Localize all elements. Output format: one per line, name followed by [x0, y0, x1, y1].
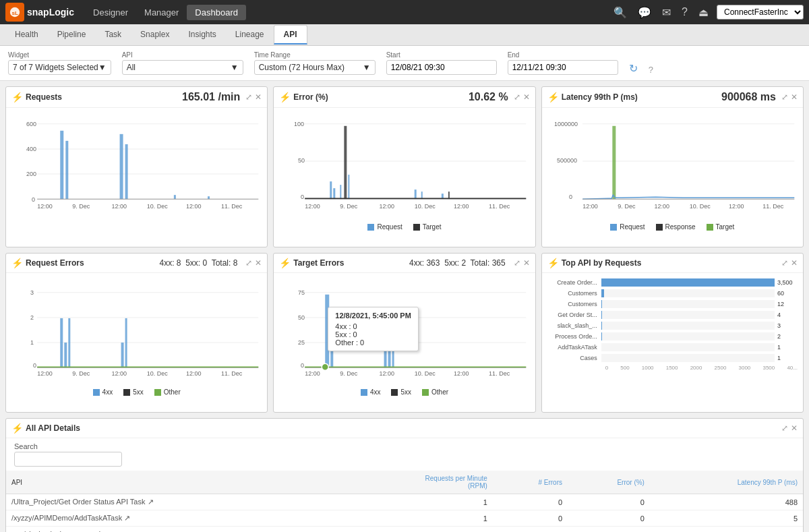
hbar-row: Create Order... 3,500: [547, 278, 798, 287]
subnav-snaplex[interactable]: Snaplex: [131, 26, 179, 45]
nav-designer[interactable]: Designer: [85, 5, 136, 20]
cell-rpm: 1: [335, 510, 492, 527]
start-input[interactable]: [386, 60, 497, 75]
all-api-close[interactable]: ✕: [791, 423, 798, 433]
account-select[interactable]: ConnectFasterInc: [717, 5, 804, 20]
req-errors-svg: 3 2 1 0 12:00: [11, 276, 262, 384]
hbar-label: Create Order...: [547, 279, 601, 286]
col-errors: # Errors: [493, 471, 568, 494]
find-icon[interactable]: 🔍: [611, 5, 630, 20]
req-errors-icon: ⚡: [11, 258, 23, 268]
widget-control: Widget 7 of 7 Widgets Selected ▼: [8, 51, 111, 75]
help-button[interactable]: ?: [649, 65, 653, 75]
latency-close[interactable]: ✕: [791, 92, 798, 102]
req-errors-close[interactable]: ✕: [255, 258, 262, 268]
tgt-errors-close[interactable]: ✕: [523, 258, 530, 268]
svg-rect-32: [344, 126, 347, 199]
req-errors-legend: 4xx 5xx Other: [11, 386, 262, 398]
subnav-lineage[interactable]: Lineage: [226, 26, 274, 45]
latency-expand[interactable]: ⤢: [781, 92, 788, 102]
nav-dashboard[interactable]: Dashboard: [187, 5, 246, 20]
subnav-api[interactable]: API: [274, 25, 307, 45]
cell-api: /Ultra_Project/Get Order Status API Task…: [6, 494, 335, 510]
hbar-bar-wrap: [601, 300, 775, 308]
req-errors-controls: ⤢ ✕: [245, 258, 262, 268]
all-api-title: All API Details: [26, 423, 80, 433]
error-pct-legend: Request Target: [279, 220, 529, 233]
tgt-errors-legend: 4xx 5xx Other: [279, 386, 529, 398]
cell-errors: 0: [493, 494, 568, 510]
hbar-row: Cases 1: [547, 354, 798, 362]
all-api-expand[interactable]: ⤢: [781, 423, 788, 433]
cell-api: ppy/slack_slash_commands ↗: [6, 527, 335, 533]
table-row[interactable]: /xyzzy/APIMDemo/AddTaskATask ↗ 1 0 0 5: [6, 510, 803, 527]
svg-text:200: 200: [26, 171, 36, 177]
req-errors-expand[interactable]: ⤢: [245, 258, 252, 268]
svg-text:500000: 500000: [557, 157, 577, 164]
svg-text:100: 100: [294, 121, 304, 127]
api-select[interactable]: All ▼: [122, 60, 243, 75]
all-api-icon: ⚡: [11, 423, 23, 434]
widget-row-1: ⚡ Requests 165.01 /min ⤢ ✕ 600 400 200 0: [5, 86, 804, 247]
logo-text: snapLogic: [27, 7, 74, 18]
svg-text:10. Dec: 10. Dec: [689, 203, 711, 210]
hbar-bar-wrap: [601, 311, 775, 319]
requests-expand[interactable]: ⤢: [245, 92, 252, 102]
tgt-errors-expand[interactable]: ⤢: [514, 258, 520, 268]
subnav-pipeline[interactable]: Pipeline: [48, 26, 96, 45]
svg-text:12:00: 12:00: [186, 203, 202, 210]
svg-text:1: 1: [30, 339, 34, 346]
logout-icon[interactable]: ⏏: [696, 5, 711, 20]
tooltip-row-2: 5xx : 0: [335, 330, 411, 338]
table-row[interactable]: ppy/slack_slash_commands ↗ 1 0 0 3233: [6, 527, 803, 533]
req-errors-title: Request Errors: [26, 258, 84, 268]
svg-text:1000000: 1000000: [554, 121, 578, 127]
end-input[interactable]: [508, 60, 618, 75]
logo-icon: sL: [5, 3, 24, 22]
top-api-expand[interactable]: ⤢: [781, 258, 788, 268]
latency-header: ⚡ Latency 99th P (ms) 900068 ms ⤢ ✕: [542, 87, 803, 108]
error-pct-close[interactable]: ✕: [523, 92, 530, 102]
top-api-widget: ⚡ Top API by Requests ⤢ ✕ Create Order..…: [541, 253, 804, 413]
svg-text:11. Dec: 11. Dec: [489, 203, 510, 210]
start-label: Start: [386, 51, 497, 59]
svg-text:12:00: 12:00: [37, 370, 53, 377]
latency-controls: ⤢ ✕: [781, 92, 798, 102]
error-pct-expand[interactable]: ⤢: [514, 92, 520, 102]
time-range-select[interactable]: Custom (72 Hours Max) ▼: [254, 60, 376, 75]
svg-text:sL: sL: [12, 10, 18, 16]
refresh-button[interactable]: ↻: [629, 62, 638, 75]
subnav-health[interactable]: Health: [5, 26, 48, 45]
nav-manager[interactable]: Manager: [136, 5, 187, 20]
svg-rect-30: [334, 188, 336, 199]
col-rpm: Requests per Minute(RPM): [335, 471, 492, 494]
hbar-bar-wrap: [601, 289, 775, 297]
table-row[interactable]: /Ultra_Project/Get Order Status API Task…: [6, 494, 803, 510]
help-icon[interactable]: ?: [679, 5, 690, 20]
svg-text:12:00: 12:00: [186, 370, 202, 377]
mail-icon[interactable]: ✉: [659, 5, 673, 20]
hbar-bar-wrap: [601, 354, 775, 362]
chat-icon[interactable]: 💬: [635, 5, 654, 20]
search-input[interactable]: [14, 452, 122, 467]
legend-req: Request: [610, 223, 645, 231]
svg-text:600: 600: [26, 121, 36, 127]
hbar-label: slack_slash_...: [547, 322, 601, 329]
col-api: API: [6, 471, 335, 494]
svg-text:0: 0: [33, 362, 36, 369]
svg-text:12:00: 12:00: [305, 203, 320, 210]
svg-text:0: 0: [569, 194, 572, 200]
subnav-task[interactable]: Task: [95, 26, 131, 45]
top-api-chart: Create Order... 3,500 Customers 60 Custo…: [542, 273, 803, 376]
top-api-icon: ⚡: [547, 258, 559, 268]
top-api-close[interactable]: ✕: [791, 258, 798, 268]
requests-header: ⚡ Requests 165.01 /min ⤢ ✕: [6, 87, 267, 108]
widget-select[interactable]: 7 of 7 Widgets Selected ▼: [8, 60, 111, 75]
error-pct-controls: ⤢ ✕: [514, 92, 530, 102]
requests-close[interactable]: ✕: [255, 92, 262, 102]
subnav-insights[interactable]: Insights: [179, 26, 225, 45]
error-pct-chart: 100 50 0: [274, 108, 535, 247]
hbar-row: Process Orde... 2: [547, 332, 798, 341]
logo: sL snapLogic: [5, 3, 74, 22]
latency-legend: Request Response Target: [547, 220, 798, 233]
